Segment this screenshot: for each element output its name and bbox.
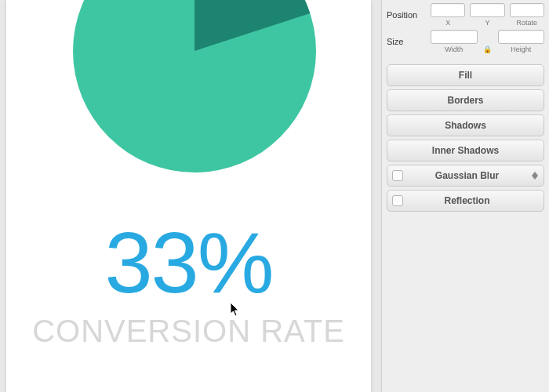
reflection-checkbox[interactable] [392, 195, 403, 206]
shadows-panel-button[interactable]: Shadows [387, 114, 544, 136]
borders-panel-button[interactable]: Borders [387, 89, 544, 111]
conversion-stat[interactable]: 33% CONVERSION RATE [6, 220, 371, 349]
size-row: Size Width 🔒 Height [387, 30, 544, 53]
position-row: Position X Y Rotate [387, 3, 544, 27]
artboard[interactable]: 33% CONVERSION RATE [6, 0, 371, 392]
height-sublabel: Height [511, 45, 531, 53]
fill-panel-button[interactable]: Fill [387, 64, 544, 86]
position-label: Position [387, 10, 426, 20]
height-input[interactable] [498, 30, 545, 44]
gaussian-blur-stepper[interactable] [531, 170, 539, 181]
position-y-input[interactable] [470, 3, 504, 17]
conversion-label[interactable]: CONVERSION RATE [6, 314, 371, 349]
pie-chart[interactable] [73, 0, 316, 172]
width-sublabel: Width [445, 45, 463, 53]
conversion-percent[interactable]: 33% [6, 220, 371, 306]
gaussian-blur-label: Gaussian Blur [408, 170, 526, 181]
gaussian-blur-panel[interactable]: Gaussian Blur [387, 165, 544, 187]
gaussian-blur-checkbox[interactable] [392, 170, 403, 181]
width-input[interactable] [431, 30, 478, 44]
position-x-sublabel: X [445, 19, 450, 27]
reflection-panel[interactable]: Reflection [387, 190, 544, 212]
rotate-input[interactable] [510, 3, 544, 17]
inner-shadows-panel-button[interactable]: Inner Shadows [387, 140, 544, 162]
lock-aspect-icon[interactable]: 🔒 [483, 45, 492, 53]
canvas-area[interactable]: 33% CONVERSION RATE [0, 0, 381, 392]
inspector-panel: Position X Y Rotate Size Width [381, 0, 549, 392]
rotate-sublabel: Rotate [517, 19, 538, 27]
position-y-sublabel: Y [485, 19, 489, 27]
position-x-input[interactable] [431, 3, 465, 17]
size-label: Size [387, 37, 426, 46]
reflection-label: Reflection [408, 195, 526, 206]
